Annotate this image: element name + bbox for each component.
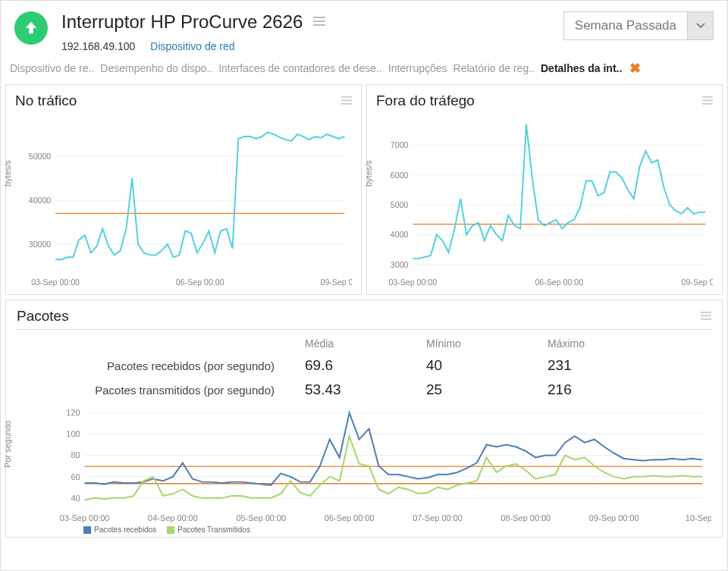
packets-stats-table: Média Mínimo Máximo Pacotes recebidos (p… <box>32 337 711 398</box>
tab-interface-details[interactable]: Detalhes da int.. <box>541 62 622 74</box>
tab-outages[interactable]: Interrupções <box>388 62 447 74</box>
svg-text:7000: 7000 <box>391 140 409 149</box>
row-tx-max: 216 <box>548 381 669 398</box>
packets-panel: Pacotes Média Mínimo Máximo Pacotes rece… <box>5 300 723 538</box>
close-icon[interactable]: ✖ <box>629 60 641 77</box>
traffic-charts-row: No tráfico bytes/s 30000400005000003-Sep… <box>1 81 727 295</box>
svg-text:03-Sep 00:00: 03-Sep 00:00 <box>60 513 110 522</box>
svg-rect-34 <box>701 315 711 317</box>
svg-text:08-Sep 00:00: 08-Sep 00:00 <box>501 513 551 522</box>
svg-text:3000: 3000 <box>391 260 409 269</box>
col-avg: Média <box>305 337 426 350</box>
row-tx-min: 25 <box>426 381 548 398</box>
svg-text:10-Sep ..: 10-Sep .. <box>686 513 711 522</box>
header-main: Interruptor HP ProCurve 2626 192.168.49.… <box>61 11 563 52</box>
tab-report[interactable]: Relatório de reg.. <box>453 62 535 74</box>
out-traffic-ylabel: bytes/s <box>364 160 373 187</box>
svg-rect-3 <box>341 96 352 98</box>
svg-text:5000: 5000 <box>391 200 409 209</box>
device-type-link[interactable]: Dispositivo de red <box>150 40 234 52</box>
panel-menu-icon[interactable] <box>701 309 711 323</box>
svg-rect-0 <box>313 17 325 18</box>
title-menu-icon[interactable] <box>313 15 325 29</box>
col-min: Mínimo <box>426 337 548 350</box>
packets-title: Pacotes <box>17 308 69 325</box>
svg-text:07-Sep 00:00: 07-Sep 00:00 <box>413 513 463 522</box>
row-rx-label: Pacotes recebidos (por segundo) <box>32 359 305 372</box>
svg-text:09-Sep 00:00: 09-Sep 00:00 <box>681 278 713 287</box>
time-range-value: Semana Passada <box>563 11 688 40</box>
svg-text:40000: 40000 <box>29 196 52 205</box>
svg-text:6000: 6000 <box>391 171 409 180</box>
svg-rect-2 <box>313 24 325 26</box>
legend-rx: Pacotes recebidos <box>94 526 156 534</box>
svg-rect-5 <box>341 103 352 105</box>
row-rx-avg: 69.6 <box>305 357 426 374</box>
legend-tx: Pacotes Transmitidos <box>177 526 250 534</box>
packets-ylabel: Por segundo <box>3 421 12 468</box>
svg-rect-18 <box>702 103 713 105</box>
svg-rect-4 <box>341 100 352 102</box>
svg-text:06-Sep 00:00: 06-Sep 00:00 <box>325 513 375 522</box>
in-traffic-title: No tráfico <box>15 93 77 109</box>
svg-text:06-Sep 00:00: 06-Sep 00:00 <box>535 278 583 287</box>
page-header: Interruptor HP ProCurve 2626 192.168.49.… <box>1 1 727 58</box>
svg-text:100: 100 <box>66 429 80 438</box>
row-rx-max: 231 <box>548 357 669 374</box>
tab-device[interactable]: Dispositivo de re.. <box>10 62 94 74</box>
out-traffic-title: Fora do tráfego <box>376 93 475 109</box>
svg-text:4000: 4000 <box>391 230 409 239</box>
tab-counters[interactable]: Interfaces de contadores de dese.. <box>218 62 382 74</box>
panel-menu-icon[interactable] <box>341 94 352 108</box>
svg-text:03-Sep 00:00: 03-Sep 00:00 <box>388 278 437 287</box>
packets-legend: Pacotes recebidos Pacotes Transmitidos <box>83 526 711 534</box>
svg-text:09-Sep 00:00: 09-Sep 00:00 <box>589 513 639 522</box>
device-ip: 192.168.49.100 <box>61 40 135 52</box>
out-traffic-panel: Fora do tráfego bytes/s 3000400050006000… <box>366 84 723 295</box>
svg-text:06-Sep 00:00: 06-Sep 00:00 <box>176 278 224 287</box>
out-traffic-chart: 3000400050006000700003-Sep 00:0006-Sep 0… <box>376 109 713 291</box>
time-range-select[interactable]: Semana Passada <box>563 11 714 40</box>
svg-rect-1 <box>313 20 325 22</box>
page-title: Interruptor HP ProCurve 2626 <box>61 11 303 33</box>
col-max: Máximo <box>548 337 669 350</box>
svg-text:120: 120 <box>66 408 80 417</box>
row-rx-min: 40 <box>426 357 548 374</box>
in-traffic-chart: 30000400005000003-Sep 00:0006-Sep 00:000… <box>15 109 352 291</box>
row-tx-label: Pacotes transmitidos (por segundo) <box>32 384 305 397</box>
svg-text:60: 60 <box>71 472 80 482</box>
svg-text:80: 80 <box>71 451 80 460</box>
svg-text:09-Sep 00:00: 09-Sep 00:00 <box>320 278 352 287</box>
svg-rect-33 <box>701 312 711 313</box>
in-traffic-ylabel: bytes/s <box>3 160 12 187</box>
divider <box>17 329 711 330</box>
svg-rect-35 <box>701 318 711 320</box>
svg-text:40: 40 <box>71 494 80 503</box>
tab-bar: Dispositivo de re.. Desempenho do dispo.… <box>1 58 727 81</box>
chevron-down-icon <box>688 11 714 40</box>
packets-chart: 40608010012003-Sep 00:0004-Sep 00:0005-S… <box>17 403 711 524</box>
svg-rect-16 <box>702 96 713 98</box>
svg-text:04-Sep 00:00: 04-Sep 00:00 <box>148 513 198 522</box>
svg-rect-17 <box>702 100 713 102</box>
tab-performance[interactable]: Desempenho do dispo.. <box>100 62 212 74</box>
status-up-icon <box>14 11 48 45</box>
svg-text:03-Sep 00:00: 03-Sep 00:00 <box>31 278 80 287</box>
svg-text:05-Sep 00:00: 05-Sep 00:00 <box>236 513 286 522</box>
svg-text:30000: 30000 <box>29 240 52 249</box>
svg-text:50000: 50000 <box>29 152 52 161</box>
panel-menu-icon[interactable] <box>702 94 713 108</box>
in-traffic-panel: No tráfico bytes/s 30000400005000003-Sep… <box>5 84 362 295</box>
row-tx-avg: 53.43 <box>305 381 426 398</box>
